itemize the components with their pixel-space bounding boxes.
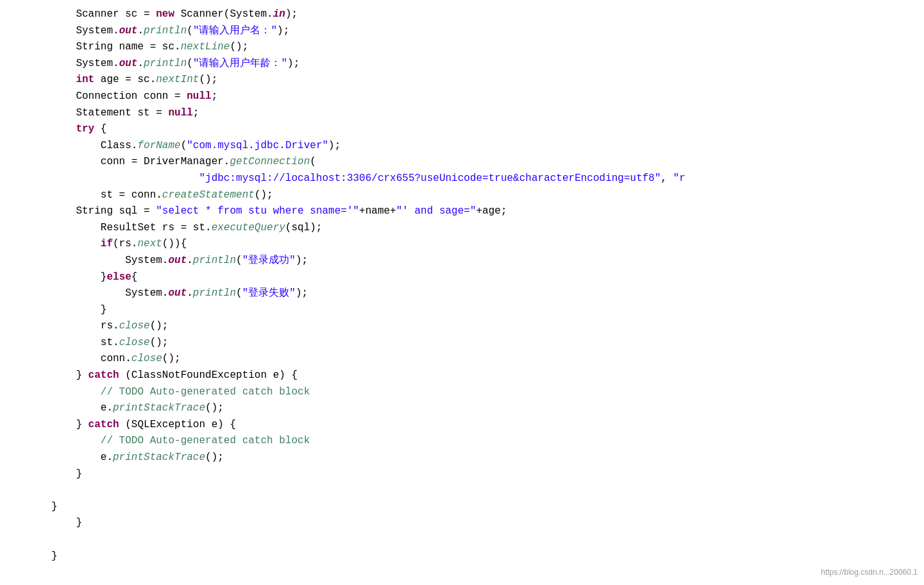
- code-line-15: if(rs.next()){: [51, 236, 924, 253]
- code-line-31: }: [51, 499, 924, 516]
- code-line-7: Statement st = null;: [51, 105, 924, 122]
- code-line-1: Scanner sc = new Scanner(System.in);: [51, 6, 924, 23]
- code-line-19: }: [51, 302, 924, 319]
- code-line-6: Connection conn = null;: [51, 89, 924, 105]
- code-line-21: st.close();: [51, 335, 924, 352]
- code-line-25: e.printStackTrace();: [51, 400, 924, 417]
- code-line-4: System.out.println("请输入用户年龄：");: [51, 56, 924, 72]
- code-line-30: [51, 482, 924, 499]
- code-line-24: // TODO Auto-generated catch block: [51, 384, 924, 401]
- code-line-22: conn.close();: [51, 351, 924, 368]
- code-line-10: conn = DriverManager.getConnection(: [51, 154, 924, 171]
- code-line-11: "jdbc:mysql://localhost:3306/crx655?useU…: [51, 171, 924, 187]
- code-line-9: Class.forName("com.mysql.jdbc.Driver");: [51, 138, 924, 155]
- code-line-3: String name = sc.nextLine();: [51, 39, 924, 56]
- code-line-14: ResultSet rs = st.executeQuery(sql);: [51, 220, 924, 237]
- code-line-34: }: [51, 548, 924, 565]
- code-line-2: System.out.println("请输入用户名：");: [51, 23, 924, 40]
- code-line-29: }: [51, 466, 924, 483]
- code-line-13: String sql = "select * from stu where sn…: [51, 203, 924, 220]
- code-line-5: int age = sc.nextInt();: [51, 72, 924, 89]
- code-line-12: st = conn.createStatement();: [51, 187, 924, 204]
- code-line-20: rs.close();: [51, 318, 924, 335]
- code-line-27: // TODO Auto-generated catch block: [51, 433, 924, 450]
- code-line-8: try {: [51, 121, 924, 138]
- code-line-32: }: [51, 515, 924, 532]
- code-line-17: }else{: [51, 269, 924, 286]
- code-line-28: e.printStackTrace();: [51, 450, 924, 466]
- code-line-33: [51, 532, 924, 548]
- code-line-26: } catch (SQLException e) {: [51, 417, 924, 434]
- code-container: Scanner sc = new Scanner(System.in); Sys…: [0, 0, 924, 585]
- code-line-18: System.out.println("登录失败");: [51, 285, 924, 302]
- code-line-16: System.out.println("登录成功");: [51, 253, 924, 269]
- code-line-23: } catch (ClassNotFoundException e) {: [51, 368, 924, 384]
- watermark: https://blog.csdn.n...20060.1: [821, 566, 918, 579]
